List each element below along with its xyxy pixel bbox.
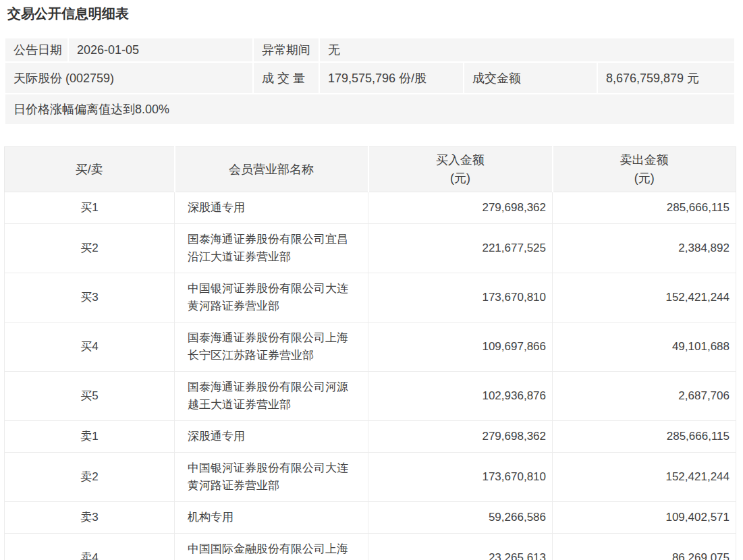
sell-amount-unit: (元)	[554, 169, 736, 188]
sell-cell: 49,101,688	[553, 323, 736, 372]
table-row: 卖4中国国际金融股份有限公司上海分公司23,265,61386,269,075	[5, 534, 736, 560]
page-title: 交易公开信息明细表	[7, 5, 743, 22]
branch-cell: 中国银河证券股份有限公司大连黄河路证券营业部	[175, 453, 368, 502]
info-row-date: 公告日期 2026-01-05 异常期间 无	[5, 38, 734, 61]
table-row: 卖3机构专用59,266,586109,402,571	[5, 502, 736, 534]
turnover-label: 成交金额	[464, 63, 597, 93]
branch-cell: 国泰海通证券股份有限公司宜昌沿江大道证券营业部	[175, 224, 368, 273]
table-row: 买2国泰海通证券股份有限公司宜昌沿江大道证券营业部221,677,5252,38…	[5, 224, 736, 273]
volume-value: 179,575,796 份/股	[320, 63, 463, 93]
side-cell: 卖3	[5, 502, 175, 534]
side-cell: 卖4	[5, 534, 175, 560]
side-cell: 卖2	[5, 453, 175, 502]
buy-cell: 173,670,810	[368, 273, 553, 323]
branch-cell: 国泰海通证券股份有限公司河源越王大道证券营业部	[175, 372, 368, 421]
buy-cell: 221,677,525	[368, 224, 553, 273]
sell-cell: 2,687,706	[553, 372, 736, 421]
buy-cell: 23,265,613	[368, 534, 553, 560]
stock-name: 天际股份 (002759)	[5, 63, 252, 93]
sell-cell: 152,421,244	[553, 453, 736, 502]
info-row-stock: 天际股份 (002759) 成 交 量 179,575,796 份/股 成交金额…	[5, 63, 734, 93]
summary-info-table: 公告日期 2026-01-05 异常期间 无 天际股份 (002759) 成 交…	[4, 37, 736, 125]
side-cell: 卖1	[5, 421, 175, 453]
abnormal-period-label: 异常期间	[254, 38, 319, 61]
col-header-sell-amount: 卖出金额 (元)	[553, 147, 736, 192]
buy-amount-label: 买入金额	[436, 153, 485, 167]
table-body: 买1深股通专用279,698,362285,666,115买2国泰海通证券股份有…	[5, 192, 736, 560]
abnormal-period-value: 无	[320, 38, 734, 61]
trade-detail-table: 买/卖 会员营业部名称 买入金额 (元) 卖出金额 (元) 买1深股通专用279…	[4, 146, 736, 560]
buy-cell: 279,698,362	[368, 192, 553, 224]
sell-cell: 86,269,075	[553, 534, 736, 560]
col-header-side: 买/卖	[5, 147, 175, 192]
buy-cell: 109,697,866	[368, 323, 553, 372]
page-container: 交易公开信息明细表 公告日期 2026-01-05 异常期间 无 天际股份 (0…	[0, 0, 743, 560]
buy-cell: 102,936,876	[368, 372, 553, 421]
announce-date-value: 2026-01-05	[69, 38, 252, 61]
buy-cell: 173,670,810	[368, 453, 553, 502]
branch-cell: 国泰海通证券股份有限公司上海长宁区江苏路证券营业部	[175, 323, 368, 372]
side-cell: 买1	[5, 192, 175, 224]
info-row-note: 日价格涨幅偏离值达到8.00%	[5, 94, 734, 124]
branch-cell: 深股通专用	[175, 421, 368, 453]
side-cell: 买2	[5, 224, 175, 273]
table-row: 卖2中国银河证券股份有限公司大连黄河路证券营业部173,670,810152,4…	[5, 453, 736, 502]
table-row: 买4国泰海通证券股份有限公司上海长宁区江苏路证券营业部109,697,86649…	[5, 323, 736, 372]
table-row: 买5国泰海通证券股份有限公司河源越王大道证券营业部102,936,8762,68…	[5, 372, 736, 421]
buy-cell: 279,698,362	[368, 421, 553, 453]
table-row: 买3中国银河证券股份有限公司大连黄河路证券营业部173,670,810152,4…	[5, 273, 736, 323]
buy-cell: 59,266,586	[368, 502, 553, 534]
side-cell: 买3	[5, 273, 175, 323]
branch-cell: 机构专用	[175, 502, 368, 534]
sell-cell: 285,666,115	[553, 192, 736, 224]
announce-date-label: 公告日期	[5, 38, 67, 61]
deviation-note: 日价格涨幅偏离值达到8.00%	[5, 94, 734, 124]
table-row: 卖1深股通专用279,698,362285,666,115	[5, 421, 736, 453]
turnover-value: 8,676,759,879 元	[598, 63, 734, 93]
side-cell: 买5	[5, 372, 175, 421]
sell-cell: 152,421,244	[553, 273, 736, 323]
col-header-buy-amount: 买入金额 (元)	[368, 147, 553, 192]
table-row: 买1深股通专用279,698,362285,666,115	[5, 192, 736, 224]
branch-cell: 中国银河证券股份有限公司大连黄河路证券营业部	[175, 273, 368, 323]
sell-amount-label: 卖出金额	[620, 153, 669, 167]
branch-cell: 深股通专用	[175, 192, 368, 224]
table-header-row: 买/卖 会员营业部名称 买入金额 (元) 卖出金额 (元)	[5, 147, 736, 192]
buy-amount-unit: (元)	[370, 169, 551, 188]
branch-cell: 中国国际金融股份有限公司上海分公司	[175, 534, 368, 560]
sell-cell: 285,666,115	[553, 421, 736, 453]
sell-cell: 2,384,892	[553, 224, 736, 273]
side-cell: 买4	[5, 323, 175, 372]
col-header-branch: 会员营业部名称	[175, 147, 368, 192]
volume-label: 成 交 量	[254, 63, 319, 93]
sell-cell: 109,402,571	[553, 502, 736, 534]
